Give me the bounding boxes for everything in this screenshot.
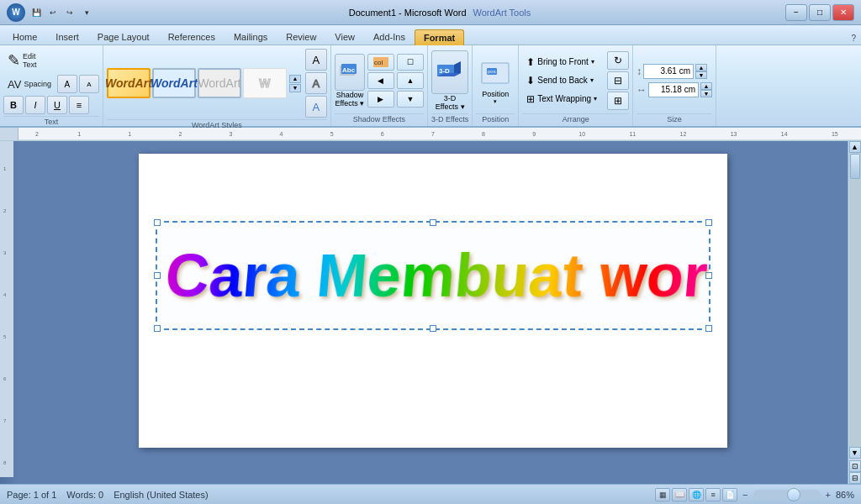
wordart-style-4[interactable]: W (243, 68, 287, 98)
language-indicator: English (United States) (114, 490, 209, 500)
handle-top-right[interactable] (705, 219, 712, 226)
wordart-style-2[interactable]: WordArt (152, 68, 196, 98)
send-back-button[interactable]: ⬇ Send to Back ▾ (522, 72, 601, 89)
width-input[interactable]: 15.18 cm (648, 82, 699, 97)
tab-addins[interactable]: Add-Ins (364, 29, 415, 45)
width-spinner: ▲ ▼ (700, 82, 712, 97)
height-spin-down[interactable]: ▼ (695, 71, 707, 79)
minimize-button[interactable]: − (785, 4, 807, 21)
edit-text-icon: ✎ (8, 51, 20, 70)
italic-btn[interactable]: I (25, 96, 45, 114)
handle-middle-left[interactable] (154, 272, 161, 279)
ribbon-group-3d-effects: 3-D 3-D Effects ▾ 3-D Effects (428, 45, 473, 126)
width-input-row: ↔ 15.18 cm ▲ ▼ (637, 82, 712, 97)
shadow-effects-group-label: Shadow Effects (335, 113, 424, 124)
wordart-outline-btn[interactable]: A (305, 72, 327, 94)
web-layout-btn[interactable]: 🌐 (689, 488, 704, 501)
handle-top-middle[interactable] (430, 219, 436, 226)
gallery-scroll-up[interactable]: ▲ (289, 75, 301, 83)
width-spin-up[interactable]: ▲ (700, 82, 712, 90)
scroll-track[interactable] (849, 153, 861, 447)
rotate-button[interactable]: ↻ (607, 51, 629, 70)
position-button[interactable]: pos Position ▾ (476, 53, 515, 108)
scroll-up-arrow[interactable]: ▲ (849, 141, 861, 153)
print-layout-btn[interactable]: ▦ (655, 488, 670, 501)
group-button[interactable]: ⊞ (607, 92, 629, 110)
zoom-in-btn[interactable]: + (826, 490, 831, 500)
close-button[interactable]: ✕ (832, 4, 854, 21)
shadow-effects-button[interactable]: Abc Shadow Effects ▾ (335, 54, 365, 108)
full-reading-btn[interactable]: 📖 (672, 488, 687, 501)
tab-page-layout[interactable]: Page Layout (88, 29, 159, 45)
tab-view[interactable]: View (325, 29, 364, 45)
restore-button[interactable]: □ (809, 4, 831, 21)
edit-text-button[interactable]: ✎ Edit Text (3, 49, 99, 72)
size-group-label: Size (637, 113, 712, 124)
spacing-button[interactable]: AV Spacing (3, 76, 55, 93)
tab-review[interactable]: Review (277, 29, 325, 45)
handle-bottom-right[interactable] (705, 325, 712, 332)
bold-btn[interactable]: B (3, 96, 24, 114)
tab-insert[interactable]: Insert (46, 29, 88, 45)
redo-button[interactable]: ↪ (62, 5, 77, 20)
ribbon-group-arrange: ⬆ Bring to Front ▾ ⬇ Send to Back ▾ ⊞ Te… (519, 45, 633, 126)
gallery-scroll-down[interactable]: ▼ (289, 84, 301, 92)
scroll-thumb[interactable] (850, 154, 860, 179)
zoom-level: 86% (836, 490, 854, 500)
shadow-nudge-left-btn[interactable]: ◀ (367, 72, 394, 89)
handle-bottom-left[interactable] (154, 325, 161, 332)
document-scroll-area[interactable]: Cara Membuat word art (18, 141, 848, 484)
shadow-nudge-right-btn[interactable]: ▶ (367, 91, 394, 108)
shadow-onoff-btn[interactable]: ☐ (397, 54, 424, 71)
help-button[interactable]: ? (846, 32, 861, 45)
tab-format[interactable]: Format (415, 29, 464, 45)
tab-home[interactable]: Home (3, 29, 46, 45)
width-spin-down[interactable]: ▼ (700, 90, 712, 97)
save-button[interactable]: 💾 (29, 5, 44, 20)
svg-text:13: 13 (731, 131, 737, 137)
height-input[interactable]: 3.61 cm (643, 64, 694, 79)
wordart-style-1[interactable]: WordArt (107, 68, 151, 98)
svg-text:5: 5 (330, 131, 334, 137)
wordart-fill-btn[interactable]: A (305, 49, 327, 71)
scroll-page-up[interactable]: ⊡ (849, 460, 861, 472)
shadow-nudge-down-btn[interactable]: ▼ (397, 91, 424, 108)
height-spin-up[interactable]: ▲ (695, 64, 707, 71)
align-btn[interactable]: ≡ (69, 96, 89, 114)
document-area: 1 2 3 4 5 6 7 8 (0, 141, 861, 484)
position-label: Position (482, 90, 509, 98)
text-wrapping-button[interactable]: ⊞ Text Wrapping ▾ (522, 91, 601, 108)
svg-text:8: 8 (482, 131, 485, 137)
draft-btn[interactable]: 📄 (722, 488, 737, 501)
svg-text:12: 12 (680, 131, 687, 137)
zoom-out-btn[interactable]: − (742, 490, 747, 500)
underline-btn[interactable]: U (47, 96, 67, 114)
size-inputs: ↕ 3.61 cm ▲ ▼ ↔ 15.18 cm ▲ ▼ (637, 64, 712, 97)
handle-top-left[interactable] (154, 219, 161, 226)
scroll-down-arrow[interactable]: ▼ (849, 447, 861, 459)
tab-references[interactable]: References (159, 29, 224, 45)
wordart-effects-btn[interactable]: A (305, 96, 327, 118)
scroll-page-down[interactable]: ⊟ (849, 472, 861, 484)
svg-text:9: 9 (532, 131, 536, 137)
customize-qa-button[interactable]: ▾ (79, 5, 94, 20)
align-objects-button[interactable]: ⊟ (607, 71, 629, 90)
bring-front-button[interactable]: ⬆ Bring to Front ▾ (522, 54, 601, 71)
threed-effects-button[interactable]: 3-D 3-D Effects ▾ (431, 50, 468, 111)
shadow-color-btn[interactable]: col (367, 54, 394, 71)
tab-mailings[interactable]: Mailings (224, 29, 277, 45)
font-size-small-btn[interactable]: A (79, 75, 99, 93)
ribbon-group-position: pos Position ▾ Position (473, 45, 519, 126)
outline-btn[interactable]: ≡ (705, 488, 721, 501)
undo-button[interactable]: ↩ (45, 5, 61, 20)
shadow-nudge-up-btn[interactable]: ▲ (397, 72, 424, 89)
font-size-btn[interactable]: A (57, 75, 77, 93)
zoom-thumb[interactable] (787, 488, 800, 501)
threed-group-label: 3-D Effects (431, 113, 468, 124)
wordart-style-3[interactable]: WordArt (198, 68, 241, 98)
svg-text:7: 7 (431, 131, 435, 137)
svg-text:2: 2 (178, 131, 182, 137)
zoom-slider[interactable] (753, 490, 821, 500)
handle-bottom-middle[interactable] (430, 325, 436, 332)
wordart-container[interactable]: Cara Membuat word art (156, 221, 710, 330)
